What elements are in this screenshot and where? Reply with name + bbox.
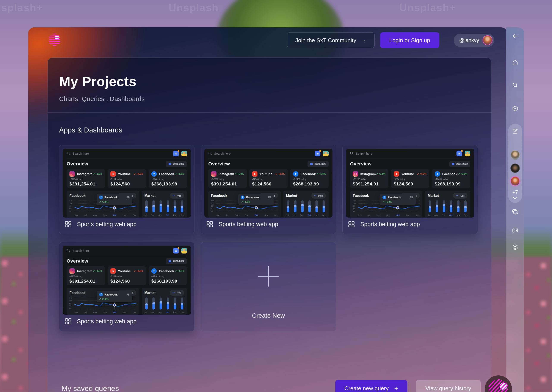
photo-watermark: Unsplash <box>169 2 219 14</box>
bar-x-axis: JulAugSepOctNovDec <box>144 311 184 313</box>
cube-icon[interactable] <box>512 105 519 112</box>
dashboard-card[interactable]: Search here ✉ Overview 2021-2022 Instagr… <box>59 145 194 234</box>
preview-top-bar: Search here ✉ <box>350 149 470 159</box>
line-y-axis: 140100806040 <box>353 200 358 212</box>
chevron-down-icon <box>456 195 458 196</box>
sxt-logo[interactable] <box>49 33 61 47</box>
charts-row: Facebook Manage 140100806040 <box>67 288 187 315</box>
dashboard-card[interactable]: Search here ✉ Overview 2021-2022 Instagr… <box>201 145 336 234</box>
chart-tooltip: f Facebook FB ↗ +1,8% <box>238 194 274 205</box>
search-icon <box>208 151 212 156</box>
facebook-icon: f <box>151 171 157 177</box>
create-new-query-label: Create new query <box>344 385 388 392</box>
join-community-button[interactable]: Join the SxT Community → <box>287 32 374 48</box>
chart-marker <box>113 303 116 307</box>
search-placeholder: Search here <box>72 249 89 252</box>
type-button[interactable]: Type <box>170 290 184 296</box>
sidebar-avatar-2[interactable] <box>510 163 520 173</box>
search-icon[interactable] <box>512 82 519 89</box>
bar-x-axis: JulAugSepOctNovDec <box>286 214 326 216</box>
stats-row: Instagram↗ +1,8%+$2250 today$391,254.01Y… <box>67 266 187 285</box>
layers-icon[interactable] <box>511 243 519 251</box>
instagram-icon <box>353 171 358 177</box>
overview-title: Overview <box>67 161 88 167</box>
sidebar-avatar-1[interactable] <box>510 150 520 160</box>
search-placeholder: Search here <box>72 152 89 155</box>
stat-card-instagram: Instagram↗ +1,8%+$2250 today$391,254.01 <box>350 169 388 188</box>
page-subtitle: Charts, Queries , Dashboards <box>59 95 478 103</box>
grid-icon <box>207 221 213 227</box>
instagram-icon <box>69 268 75 274</box>
overview-title: Overview <box>350 161 372 167</box>
line-path <box>216 206 278 209</box>
create-new-card[interactable]: Create New <box>201 242 336 331</box>
line-x-axis: JunJulAugSepOctNovDec <box>211 214 278 216</box>
mail-icon: ✉ <box>315 151 320 156</box>
bar-chart-title: Market <box>144 291 156 295</box>
apps-section-title: Apps & Dashboards <box>59 126 478 134</box>
chevron-down-icon[interactable] <box>511 196 519 200</box>
youtube-icon <box>394 171 399 177</box>
content-panel: My Projects Charts, Queries , Dashboards… <box>48 57 491 392</box>
type-button[interactable]: Type <box>170 193 184 199</box>
facebook-icon: f <box>99 293 103 296</box>
sidebar-avatar-3-active[interactable] <box>510 176 520 186</box>
user-chip[interactable]: @lankyy <box>454 34 494 47</box>
overview-row: Overview 2021-2022 <box>350 159 470 169</box>
bar-x-axis: JulAugSepOctNovDec <box>144 214 184 216</box>
bars <box>144 200 184 212</box>
overview-title: Overview <box>208 161 230 167</box>
arrow-right-icon: → <box>360 37 366 44</box>
bar-chart-title: Market <box>428 194 439 198</box>
plus-icon <box>256 264 281 290</box>
charts-row: Facebook Manage 140100806040 <box>350 191 470 218</box>
dashboard-card[interactable]: Search here ✉ Overview 2021-2022 Instagr… <box>59 242 194 331</box>
charts-row: Facebook Manage 140100806040 <box>208 191 329 218</box>
grid-icon <box>65 318 71 325</box>
preview-top-bar: Search here ✉ <box>208 149 329 159</box>
stat-card-facebook: fFacebook↗ +1,8%+$2461 today$268,193.99 <box>149 169 187 188</box>
overview-row: Overview 2021-2022 <box>67 159 187 169</box>
line-y-axis: 140100806040 <box>69 297 75 309</box>
search-placeholder: Search here <box>214 152 230 155</box>
photo-watermark: nsplash+ <box>0 2 43 14</box>
stat-card-facebook: fFacebook↗ +1,8%+$2461 today$268,193.99 <box>290 169 329 188</box>
type-button[interactable]: Type <box>311 193 326 199</box>
view-query-history-button[interactable]: View query history <box>416 380 481 392</box>
create-new-query-button[interactable]: Create new query + <box>335 380 407 392</box>
type-button[interactable]: Type <box>453 193 467 199</box>
dashboard-card[interactable]: Search here ✉ Overview 2021-2022 Instagr… <box>342 145 478 234</box>
avatars-overflow-count[interactable]: +7 <box>512 189 518 195</box>
divider <box>48 112 491 113</box>
line-chart-panel: Facebook Manage 140100806040 <box>67 288 139 315</box>
bar-chart-panel: Market Type JulAugSepOctNovDec <box>283 191 329 218</box>
line-chart-panel: Facebook Manage 140100806040 <box>350 191 423 218</box>
view-query-history-label: View query history <box>425 385 471 392</box>
bars <box>144 297 184 309</box>
stats-row: Instagram↗ +1,8%+$2250 today$391,254.01Y… <box>350 169 470 188</box>
home-icon[interactable] <box>512 59 519 66</box>
stat-card-facebook: fFacebook↗ +1,8%+$2461 today$268,193.99 <box>149 266 187 285</box>
user-avatar <box>483 35 493 45</box>
search-placeholder: Search here <box>356 152 372 155</box>
line-y-axis: 140100806040 <box>211 200 216 212</box>
chevron-down-icon <box>314 195 316 196</box>
right-sidebar: +7 <box>506 27 524 392</box>
login-signup-button[interactable]: Login or Sign up <box>380 32 439 48</box>
stat-card-instagram: Instagram↗ +1,8%+$2250 today$391,254.01 <box>67 169 105 188</box>
overview-row: Overview 2021-2022 <box>208 159 329 169</box>
card-label: Sports betting web app <box>77 221 136 228</box>
chat-icon[interactable] <box>511 209 519 216</box>
join-community-label: Join the SxT Community <box>295 37 356 44</box>
calendar-icon <box>310 163 313 165</box>
bar-x-axis: JulAugSepOctNovDec <box>428 214 467 216</box>
youtube-icon <box>252 171 258 177</box>
compose-icon[interactable] <box>512 128 519 135</box>
line-chart-title: Facebook <box>69 194 86 198</box>
chevron-down-icon <box>172 195 175 196</box>
search-icon <box>350 151 354 156</box>
code-icon[interactable] <box>512 227 519 234</box>
back-arrow-icon[interactable] <box>511 33 519 40</box>
overview-title: Overview <box>67 258 88 264</box>
preview-avatar <box>181 248 187 253</box>
